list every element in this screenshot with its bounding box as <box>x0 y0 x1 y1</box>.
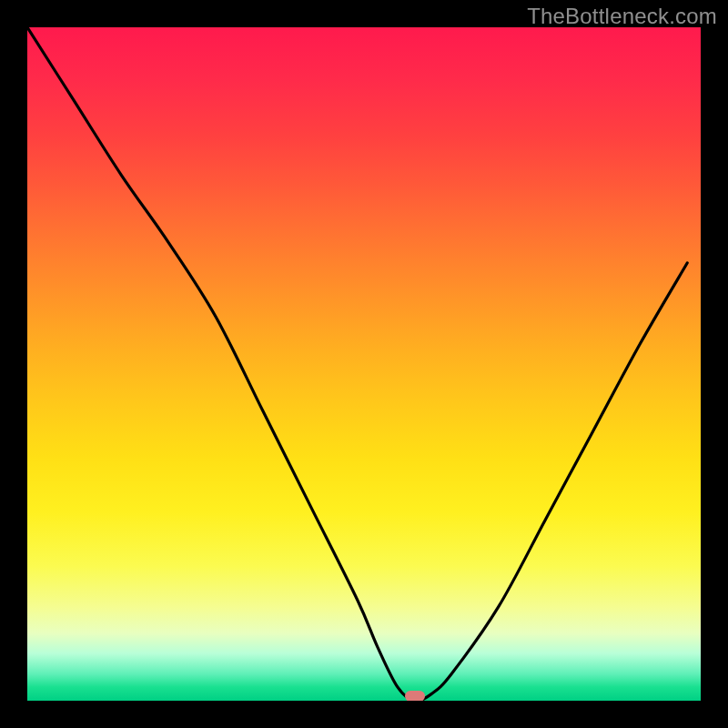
optimal-point-marker <box>405 691 425 701</box>
watermark-text: TheBottleneck.com <box>527 4 717 29</box>
plot-area <box>27 27 701 701</box>
chart-frame: TheBottleneck.com <box>0 0 728 728</box>
bottleneck-curve <box>27 27 701 701</box>
